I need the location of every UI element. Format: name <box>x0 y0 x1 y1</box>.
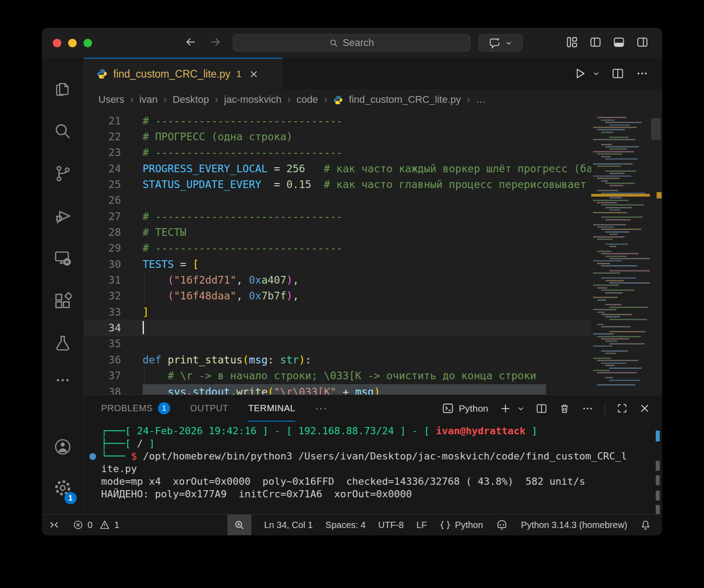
overview-change-marker <box>657 192 662 198</box>
panel-more-tabs[interactable]: ··· <box>315 403 328 414</box>
remote-explorer-icon[interactable] <box>42 237 84 280</box>
accounts-icon[interactable] <box>42 427 84 466</box>
toggle-primary-sidebar-icon[interactable] <box>589 36 602 48</box>
output-label: OUTPUT <box>190 403 228 413</box>
code-line[interactable]: 35 <box>84 336 662 352</box>
line-number: 35 <box>84 338 143 349</box>
command-center-search[interactable]: Search <box>233 34 470 51</box>
cursor-position[interactable]: Ln 34, Col 1 <box>264 514 313 535</box>
code-line[interactable]: 31 ("16f2dd71", 0xa407), <box>84 272 662 288</box>
toggle-secondary-sidebar-icon[interactable] <box>636 36 648 48</box>
more-views-icon[interactable] <box>42 364 84 396</box>
search-sidebar-icon[interactable] <box>42 110 84 152</box>
code-line[interactable]: 30TESTS = [ <box>84 256 662 272</box>
scrollbar-slider[interactable] <box>651 118 661 140</box>
minimap[interactable] <box>591 110 650 395</box>
command-decoration-dot[interactable] <box>89 453 96 460</box>
breadcrumb-more[interactable]: … <box>476 94 486 106</box>
breadcrumb-item[interactable]: code <box>296 94 318 106</box>
zoom-window-button[interactable] <box>83 39 92 47</box>
language-label: Python <box>455 520 483 530</box>
explorer-icon[interactable] <box>42 68 84 110</box>
copilot-chat-icon <box>489 37 501 49</box>
code-line[interactable]: 21# ------------------------------ <box>84 113 662 129</box>
indentation[interactable]: Spaces: 4 <box>325 514 366 535</box>
code-line[interactable]: 34 <box>84 320 662 335</box>
overview-ruler[interactable] <box>650 110 662 395</box>
notifications-bell-icon[interactable] <box>640 514 651 535</box>
code-line[interactable]: 23# ------------------------------ <box>84 145 662 161</box>
editor-more-actions-icon[interactable] <box>636 67 648 80</box>
zoom-status-button[interactable] <box>227 514 251 535</box>
breadcrumb-item[interactable]: ivan <box>139 94 157 106</box>
problems-label: PROBLEMS <box>101 403 153 413</box>
customize-layout-icon[interactable] <box>566 36 578 48</box>
remote-indicator[interactable] <box>48 514 60 535</box>
python-file-icon <box>97 69 107 79</box>
terminal-profile-name[interactable]: Python <box>459 403 488 414</box>
tab-close-icon[interactable] <box>249 69 259 79</box>
code-editor[interactable]: 21# ------------------------------22# ПР… <box>84 110 662 395</box>
code-line[interactable]: 32 ("16f48daa", 0x7b7f), <box>84 288 662 304</box>
run-debug-icon[interactable] <box>42 195 84 237</box>
problems-status[interactable]: 0 1 <box>73 514 119 535</box>
navigate-back-icon[interactable] <box>184 35 198 49</box>
code-line[interactable]: 36def print_status(msg: str): <box>84 352 662 368</box>
run-dropdown-chevron-icon[interactable] <box>593 70 600 77</box>
settings-gear-icon[interactable]: 1 <box>42 466 84 510</box>
terminal[interactable]: ┌───[ 24-Feb-2026 19:42:16 ] - [ 192.168… <box>84 422 662 514</box>
split-terminal-icon[interactable] <box>536 403 547 414</box>
code-text: # ------------------------------ <box>143 115 343 127</box>
tab-output[interactable]: OUTPUT <box>190 395 228 422</box>
terminal-line: ├───[ / ] <box>101 437 662 450</box>
extensions-icon[interactable] <box>42 280 84 322</box>
tab-problems[interactable]: PROBLEMS 1 <box>101 395 170 422</box>
testing-icon[interactable] <box>42 322 84 364</box>
code-text: def print_status(msg: str): <box>143 354 311 366</box>
kill-terminal-icon[interactable] <box>559 403 570 414</box>
code-line[interactable]: 27# ------------------------------ <box>84 208 662 224</box>
code-text: PROGRESS_EVERY_LOCAL = 256 # как часто к… <box>143 163 611 175</box>
source-control-icon[interactable] <box>42 152 84 195</box>
eol-sequence[interactable]: LF <box>417 514 427 535</box>
breadcrumb: Users › ivan › Desktop › jac-moskvich › … <box>84 89 662 110</box>
navigate-forward-icon[interactable] <box>208 35 222 49</box>
run-python-file-icon[interactable] <box>574 67 586 80</box>
breadcrumb-item[interactable]: jac-moskvich <box>224 94 282 106</box>
code-line[interactable]: 22# ПРОГРЕСС (одна строка) <box>84 129 662 144</box>
code-lines: 21# ------------------------------22# ПР… <box>84 110 662 395</box>
tab-find-custom-crc-lite[interactable]: find_custom_CRC_lite.py 1 <box>84 58 282 89</box>
encoding[interactable]: UTF-8 <box>378 514 404 535</box>
code-line[interactable]: 37 # \r -> в начало строки; \033[K -> оч… <box>84 368 662 384</box>
line-number: 29 <box>84 242 143 254</box>
copilot-chat-button[interactable] <box>478 34 523 51</box>
maximize-panel-icon[interactable] <box>616 403 628 414</box>
code-line[interactable]: 29# ------------------------------ <box>84 240 662 256</box>
terminal-dropdown-chevron-icon[interactable] <box>517 405 524 412</box>
minimize-window-button[interactable] <box>68 39 77 47</box>
code-line[interactable]: 38 sys.stdout.write("\r\033[K" + msg) <box>84 384 662 395</box>
code-text: TESTS = [ <box>143 258 199 270</box>
code-text: STATUS_UPDATE_EVERY = 0.15 # как часто г… <box>143 179 630 190</box>
line-number: 37 <box>84 370 143 381</box>
copilot-status-icon[interactable] <box>496 514 508 535</box>
breadcrumb-item[interactable]: Desktop <box>172 94 209 106</box>
tab-terminal[interactable]: TERMINAL <box>248 395 295 422</box>
split-editor-icon[interactable] <box>611 67 624 80</box>
vscode-window: Search <box>42 28 662 535</box>
code-line[interactable]: 25STATUS_UPDATE_EVERY = 0.15 # как часто… <box>84 176 662 192</box>
python-interpreter[interactable]: Python 3.14.3 (homebrew) <box>521 514 627 535</box>
new-terminal-icon[interactable] <box>500 403 511 414</box>
code-line[interactable]: 26 <box>84 193 662 208</box>
code-line[interactable]: 24PROGRESS_EVERY_LOCAL = 256 # как часто… <box>84 161 662 176</box>
panel-more-actions-icon[interactable] <box>582 403 593 414</box>
close-panel-icon[interactable] <box>639 403 650 414</box>
close-window-button[interactable] <box>53 39 61 47</box>
breadcrumb-file[interactable]: find_custom_CRC_lite.py <box>349 94 461 106</box>
toggle-panel-icon[interactable] <box>613 36 625 48</box>
language-mode[interactable]: Python <box>440 514 483 535</box>
terminal-scrollbar[interactable] <box>656 422 660 514</box>
code-line[interactable]: 28# ТЕСТЫ <box>84 224 662 240</box>
breadcrumb-item[interactable]: Users <box>98 94 124 106</box>
code-line[interactable]: 33] <box>84 304 662 320</box>
